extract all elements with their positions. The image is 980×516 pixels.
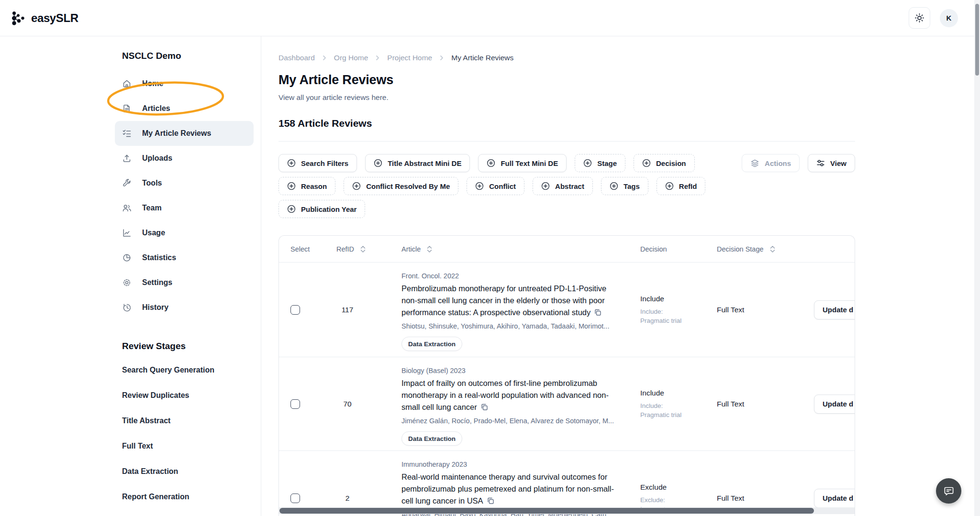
- plus-circle-icon: [610, 182, 618, 190]
- table-row: 70 Biology (Basel) 2023 Impact of frailt…: [279, 357, 855, 451]
- breadcrumb-org-home[interactable]: Org Home: [334, 54, 368, 62]
- review-stage-full-text[interactable]: Full Text: [115, 433, 254, 459]
- sidebar-item-label: Team: [142, 204, 162, 212]
- review-stage-review-duplicates[interactable]: Review Duplicates: [115, 383, 254, 408]
- row-checkbox[interactable]: [290, 399, 300, 409]
- article-title-text: Impact of frailty on outcomes of first-l…: [401, 379, 609, 411]
- breadcrumb-project-home[interactable]: Project Home: [387, 54, 432, 62]
- decision-stage-cell: Full Text: [717, 451, 814, 516]
- filter-chip-reason[interactable]: Reason: [278, 177, 335, 195]
- refid-cell: 2: [324, 451, 401, 516]
- column-header-decision-stage[interactable]: Decision Stage: [717, 245, 814, 253]
- review-stage-search-query-generation[interactable]: Search Query Generation: [115, 357, 254, 383]
- sort-icon: [360, 245, 366, 253]
- article-authors: Jiménez Galán, Rocío, Prado-Mel, Elena, …: [401, 417, 620, 425]
- breadcrumb-dashboard[interactable]: Dashboard: [278, 54, 315, 62]
- filter-chip-search-filters[interactable]: Search Filters: [278, 154, 357, 172]
- logo-icon: [11, 10, 27, 26]
- review-stage-report-generation[interactable]: Report Generation: [115, 484, 254, 509]
- review-stage-data-extraction[interactable]: Data Extraction: [115, 459, 254, 484]
- view-button[interactable]: View: [808, 154, 855, 172]
- sidebar-item-statistics[interactable]: Statistics: [115, 245, 254, 270]
- sidebar-item-uploads[interactable]: Uploads: [115, 146, 254, 171]
- column-header-article[interactable]: Article: [401, 245, 640, 253]
- decision-reason: Include: Pragmatic trial: [640, 307, 692, 325]
- sidebar-item-settings[interactable]: Settings: [115, 270, 254, 295]
- breadcrumb: Dashboard Org Home Project Home My Artic…: [278, 54, 513, 62]
- filter-chip-title-abstract-mini-de[interactable]: Title Abstract Mini DE: [365, 154, 470, 172]
- filter-chip-label: Title Abstract Mini DE: [388, 159, 461, 167]
- journal-name[interactable]: Biology (Basel) 2023: [401, 367, 620, 374]
- vertical-scrollbar[interactable]: [974, 0, 980, 516]
- decision-cell: Exclude Exclude: Incorrect: [640, 451, 717, 516]
- chevron-right-icon: [321, 55, 328, 61]
- article-title[interactable]: Pembrolizumab monotherapy for untreated …: [401, 283, 620, 318]
- filter-row-1: Search Filters Title Abstract Mini DE Fu…: [278, 154, 855, 172]
- avatar[interactable]: K: [940, 9, 958, 27]
- plus-circle-icon: [487, 159, 495, 167]
- filter-chip-refid[interactable]: RefId: [657, 177, 706, 195]
- filter-chip-decision[interactable]: Decision: [634, 154, 695, 172]
- review-stage-title-abstract[interactable]: Title Abstract: [115, 408, 254, 433]
- filter-chip-publication-year[interactable]: Publication Year: [278, 200, 365, 218]
- copy-icon[interactable]: [487, 497, 494, 505]
- journal-name[interactable]: Front. Oncol. 2022: [401, 272, 620, 280]
- filter-chip-abstract[interactable]: Abstract: [533, 177, 593, 195]
- journal-name[interactable]: Immunotherapy 2023: [401, 461, 620, 468]
- plus-circle-icon: [665, 182, 674, 190]
- filter-chip-tags[interactable]: Tags: [601, 177, 648, 195]
- main-content: Dashboard Org Home Project Home My Artic…: [261, 36, 980, 516]
- sidebar-item-tools[interactable]: Tools: [115, 171, 254, 196]
- filter-chip-stage[interactable]: Stage: [575, 154, 625, 172]
- refid-cell: 117: [324, 263, 401, 357]
- article-authors: Shiotsu, Shinsuke, Yoshimura, Akihiro, Y…: [401, 322, 620, 330]
- filter-chip-label: RefId: [679, 182, 697, 190]
- sidebar-item-home[interactable]: Home: [115, 71, 254, 96]
- page-title: My Article Reviews: [278, 73, 393, 88]
- update-decision-button[interactable]: Update d: [814, 300, 855, 319]
- vertical-scrollbar-thumb[interactable]: [975, 4, 979, 76]
- sidebar: NSCLC Demo Home Articles My Article Revi…: [0, 36, 261, 516]
- filter-chip-label: Reason: [301, 182, 327, 190]
- sidebar-item-articles[interactable]: Articles: [115, 96, 254, 121]
- update-decision-button[interactable]: Update d: [814, 395, 855, 414]
- filter-chip-full-text-mini-de[interactable]: Full Text Mini DE: [478, 154, 567, 172]
- sidebar-item-team[interactable]: Team: [115, 196, 254, 220]
- logo-text: easySLR: [31, 11, 78, 25]
- row-checkbox[interactable]: [290, 494, 300, 503]
- chat-button[interactable]: [936, 478, 961, 504]
- article-title[interactable]: Impact of frailty on outcomes of first-l…: [401, 377, 620, 413]
- column-header-refid[interactable]: RefID: [324, 245, 401, 253]
- action-cell: Update d: [814, 263, 855, 357]
- copy-icon[interactable]: [480, 403, 488, 411]
- copy-icon[interactable]: [594, 308, 601, 316]
- sidebar-item-history[interactable]: History: [115, 295, 254, 320]
- history-icon: [122, 303, 132, 312]
- sidebar-item-label: Usage: [142, 229, 165, 237]
- filter-chip-conflict[interactable]: Conflict: [467, 177, 524, 195]
- filter-row-3: Publication Year: [278, 200, 855, 218]
- filter-chip-label: Publication Year: [301, 205, 356, 213]
- decision-value: Exclude: [640, 483, 717, 492]
- actions-button[interactable]: Actions: [742, 154, 800, 172]
- column-header-label: RefID: [336, 245, 354, 253]
- theme-toggle-button[interactable]: [909, 7, 930, 29]
- sidebar-nav: Home Articles My Article Reviews Uploads…: [115, 71, 261, 320]
- article-title[interactable]: Real-world maintenance therapy and survi…: [401, 471, 620, 507]
- sidebar-item-label: History: [142, 303, 168, 312]
- sidebar-item-label: Statistics: [142, 253, 176, 262]
- plus-circle-icon: [475, 182, 484, 190]
- sidebar-item-my-article-reviews[interactable]: My Article Reviews: [115, 121, 254, 146]
- horizontal-scrollbar[interactable]: [279, 507, 855, 514]
- sidebar-item-usage[interactable]: Usage: [115, 220, 254, 245]
- decision-reason: Include: Pragmatic trial: [640, 401, 692, 419]
- update-decision-button[interactable]: Update d: [814, 489, 855, 508]
- sidebar-item-label: My Article Reviews: [142, 129, 211, 138]
- logo[interactable]: easySLR: [11, 10, 78, 26]
- filter-row-2: Reason Conflict Resolved By Me Conflict …: [278, 177, 855, 195]
- filter-chip-conflict-resolved-by-me[interactable]: Conflict Resolved By Me: [344, 177, 458, 195]
- row-checkbox[interactable]: [290, 305, 300, 315]
- tools-icon: [122, 178, 132, 188]
- chevron-right-icon: [438, 55, 445, 61]
- horizontal-scrollbar-thumb[interactable]: [279, 508, 814, 514]
